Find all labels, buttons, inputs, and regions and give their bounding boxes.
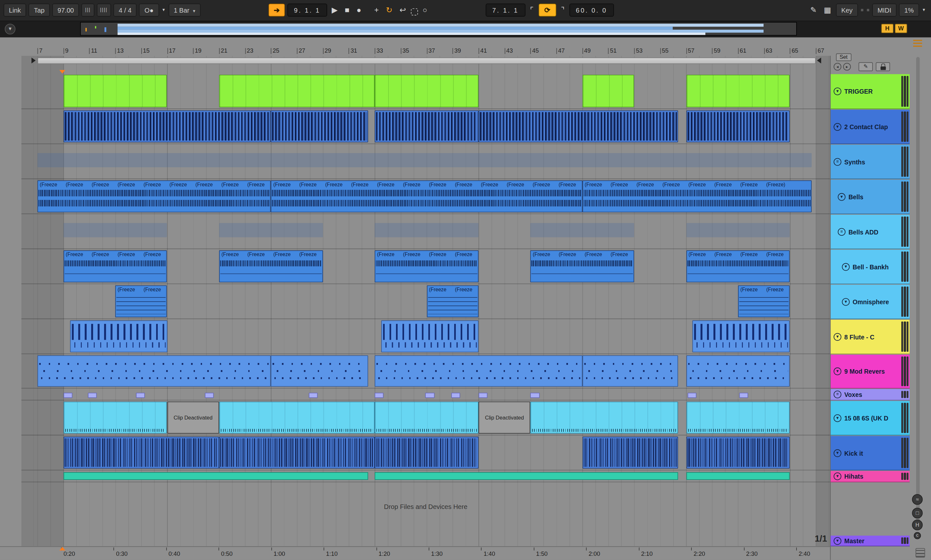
insert-marker-top-icon[interactable] — [59, 70, 65, 74]
clip-kick-it[interactable] — [375, 437, 479, 469]
quantization-menu[interactable]: 1 Bar▾ — [168, 3, 201, 17]
fold-icon[interactable]: ▾ — [834, 123, 841, 131]
clip-voxes[interactable] — [479, 393, 488, 398]
reenable-automation-button[interactable]: ↻ — [383, 3, 395, 17]
overview-viewbox[interactable] — [80, 22, 797, 35]
clip-voxes[interactable] — [309, 393, 317, 398]
clip-bells[interactable]: (Freeze(Freeze(Freeze(Freeze(Freeze(Free… — [37, 180, 271, 212]
clip-deactivated[interactable]: Clip Deactivated — [479, 402, 531, 434]
session-record-button[interactable] — [411, 8, 418, 15]
clip-bells[interactable]: (Freeze(Freeze(Freeze(Freeze(Freeze(Free… — [271, 180, 582, 212]
clip-contact-clap[interactable] — [271, 111, 368, 142]
clip-bell-bankh[interactable]: (Freeze(Freeze(Freeze(Freeze — [219, 250, 323, 282]
optimize-height-button[interactable]: H — [881, 23, 894, 33]
track-header-mod-revers[interactable]: ▾9 Mod Revers — [831, 355, 910, 389]
clip-omnisphere[interactable]: (Freeze(Freeze — [427, 285, 479, 317]
fold-icon[interactable]: ▾ — [834, 537, 841, 545]
clip-contact-clap[interactable] — [63, 111, 271, 142]
nudge-down-button[interactable]: ||| — [82, 3, 94, 17]
clip-voxes[interactable] — [531, 393, 540, 398]
group-fold-icon[interactable]: ≡ — [834, 158, 841, 166]
loop-start-arrow-icon[interactable] — [31, 57, 36, 63]
clip-voxes[interactable] — [739, 393, 748, 398]
clip-kick-it[interactable] — [582, 437, 678, 469]
clip-voxes[interactable] — [425, 393, 434, 398]
chevron-down-icon[interactable]: ▾ — [922, 3, 926, 17]
clip-hihats[interactable] — [686, 472, 790, 480]
midi-map-button[interactable]: MIDI — [872, 3, 897, 17]
link-button[interactable]: Link — [3, 3, 26, 17]
loop-button[interactable]: ⟳ — [538, 3, 556, 17]
clip-trigger[interactable] — [219, 75, 375, 107]
vertical-scrollbar[interactable] — [916, 57, 920, 527]
clip-bell-bankh[interactable]: (Freeze(Freeze(Freeze(Freeze — [63, 250, 167, 282]
draw-automation-pencil-button[interactable]: ✎ — [858, 62, 873, 71]
cpu-meter[interactable]: 1% — [899, 3, 919, 17]
clip-omnisphere[interactable]: (Freeze(Freeze — [115, 285, 167, 317]
clip-uk-d[interactable] — [219, 402, 375, 434]
track-header-omnisphere[interactable]: ▾Omnisphere — [831, 285, 910, 319]
loop-end-arrow-icon[interactable] — [817, 57, 821, 63]
clip-contact-clap[interactable] — [375, 111, 479, 142]
clip-uk-d[interactable] — [375, 402, 479, 434]
metronome-button[interactable]: O● — [139, 3, 159, 17]
punch-in-button[interactable]: ⌜ — [528, 3, 536, 17]
record-button[interactable]: ● — [354, 3, 364, 17]
computer-midi-keyboard-icon[interactable]: ▦ — [821, 3, 834, 17]
optimize-width-button[interactable]: W — [895, 23, 908, 33]
loop-brace-row[interactable] — [21, 56, 830, 65]
clip-flute[interactable] — [70, 320, 167, 352]
clip-trigger[interactable] — [582, 75, 634, 107]
follow-scroll-button[interactable]: ≈ — [912, 494, 923, 505]
loop-length-display[interactable]: 60. 0. 0 — [569, 3, 614, 17]
track-header-bells-add[interactable]: ≡Bells ADD — [831, 215, 910, 249]
play-button[interactable]: ▶ — [329, 3, 340, 17]
track-lane-omnisphere[interactable]: (Freeze(Freeze(Freeze(Freeze(Freeze(Free… — [21, 285, 830, 319]
clip-mod-revers[interactable] — [37, 355, 271, 386]
track-header-uk-d[interactable]: ▾15 08 6S (UK D — [831, 401, 910, 436]
second-window-chevron-icon[interactable]: ▼ — [5, 23, 15, 34]
fold-icon[interactable]: ▾ — [834, 88, 841, 95]
track-header-flute[interactable]: ▾8 Flute - C — [831, 320, 910, 354]
fold-icon[interactable]: ▾ — [842, 298, 849, 306]
clip-contact-clap[interactable] — [686, 111, 790, 142]
time-ruler[interactable]: 0:200:300:400:501:001:101:201:301:401:50… — [21, 547, 830, 560]
mixer-sections-icon[interactable] — [916, 548, 925, 557]
zoom-height-button[interactable]: H — [912, 520, 923, 530]
track-header-kick-it[interactable]: ▾Kick it — [831, 436, 910, 471]
overdub-plus-button[interactable]: + — [372, 3, 381, 17]
track-lane-bell-bankh[interactable]: (Freeze(Freeze(Freeze(Freeze(Freeze(Free… — [21, 250, 830, 284]
clip-trigger[interactable] — [375, 75, 479, 107]
clip-kick-it[interactable] — [63, 437, 219, 469]
stop-button[interactable]: ■ — [342, 3, 352, 17]
clip-omnisphere[interactable]: (Freeze(Freeze — [738, 285, 790, 317]
tempo-value[interactable]: 97.00 — [52, 3, 80, 17]
group-fold-icon[interactable]: ≡ — [838, 228, 846, 235]
track-lane-uk-d[interactable]: Clip DeactivatedClip Deactivated — [21, 401, 830, 436]
track-lane-trigger[interactable] — [21, 74, 830, 109]
clip-voxes[interactable] — [687, 393, 696, 398]
track-lane-bells-add[interactable] — [21, 215, 830, 249]
prev-locator-button[interactable]: ◂ — [834, 63, 841, 71]
context-help-button[interactable]: c — [914, 532, 921, 539]
track-header-master[interactable]: ▾Master — [831, 536, 910, 546]
beat-time-ruler[interactable]: 7911131517192123252729313335373941434547… — [21, 37, 830, 56]
draw-mode-pencil-icon[interactable]: ✎ — [808, 3, 819, 17]
fold-icon[interactable]: ▾ — [834, 368, 841, 375]
time-signature-value[interactable]: 4 / 4 — [113, 3, 137, 17]
loop-record-button[interactable]: ○ — [420, 3, 429, 17]
group-fold-icon[interactable]: ≡ — [834, 391, 841, 398]
clip-bell-bankh[interactable]: (Freeze(Freeze(Freeze(Freeze — [531, 250, 634, 282]
clip-mod-revers[interactable] — [582, 355, 678, 386]
next-locator-button[interactable]: ▸ — [843, 63, 851, 71]
track-lane-contact-clap[interactable] — [21, 110, 830, 145]
clip-voxes[interactable] — [63, 393, 73, 398]
punch-out-button[interactable]: ⌝ — [559, 3, 567, 17]
nudge-up-button[interactable]: |||| — [97, 3, 111, 17]
lock-envelopes-button[interactable] — [876, 62, 890, 71]
track-header-contact-clap[interactable]: ▾2 Contact Clap — [831, 110, 910, 145]
clip-bell-bankh[interactable]: (Freeze(Freeze(Freeze(Freeze — [686, 250, 790, 282]
set-locator-button[interactable]: Set — [836, 53, 851, 61]
clip-voxes[interactable] — [205, 393, 214, 398]
track-lane-mod-revers[interactable] — [21, 355, 830, 389]
